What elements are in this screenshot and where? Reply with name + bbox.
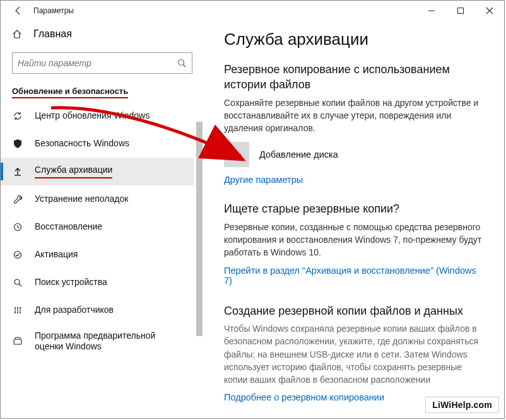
nav-home-label: Главная — [33, 28, 72, 40]
search-field[interactable] — [18, 58, 177, 68]
sidebar-item-label: Служба архивации — [35, 165, 182, 178]
sidebar-item-label: Поиск устройства — [35, 277, 182, 288]
nav-home[interactable]: Главная — [1, 21, 204, 47]
search-icon — [177, 58, 187, 68]
maximize-button[interactable] — [446, 1, 475, 21]
sidebar-item-backup[interactable]: Служба архивации — [1, 158, 194, 185]
scrollbar-thumb[interactable] — [196, 122, 203, 336]
sidebar-item-windows-security[interactable]: Безопасность Windows — [1, 130, 194, 158]
close-button[interactable] — [475, 1, 504, 21]
developers-icon — [12, 305, 23, 315]
shield-icon — [12, 139, 23, 149]
svg-point-15 — [15, 312, 16, 313]
section1-desc: Сохраняйте резервные копии файлов на дру… — [224, 96, 484, 135]
insider-icon — [12, 336, 23, 346]
svg-point-7 — [15, 279, 20, 284]
svg-rect-1 — [458, 8, 464, 14]
minimize-button[interactable] — [417, 1, 446, 21]
sidebar-item-label: Устранение неполадок — [35, 194, 182, 205]
add-drive-label: Добавление диска — [259, 149, 338, 160]
sidebar-item-insider-program[interactable]: Программа предварительной оценки Windows — [1, 324, 194, 358]
goto-backup-restore-link[interactable]: Перейти в раздел "Архивация и восстановл… — [224, 265, 484, 286]
search-input[interactable] — [12, 52, 192, 74]
sidebar-item-label: Восстановление — [35, 221, 182, 233]
more-options-link[interactable]: Другие параметры — [224, 175, 303, 185]
location-icon — [12, 277, 23, 288]
page-title: Служба архивации — [224, 30, 484, 49]
sidebar-item-for-developers[interactable]: Для разработчиков — [1, 296, 194, 324]
sidebar-item-label: Для разработчиков — [35, 305, 182, 316]
section1-title: Резервное копирование с использованием и… — [224, 62, 484, 93]
sidebar-item-label: Программа предварительной оценки Windows — [35, 330, 182, 353]
add-drive-button[interactable] — [224, 142, 249, 167]
sidebar-item-activation[interactable]: Активация — [1, 241, 194, 269]
activation-icon — [12, 250, 23, 260]
svg-point-2 — [179, 60, 184, 66]
sidebar-item-label: Безопасность Windows — [35, 138, 182, 149]
update-icon — [12, 111, 23, 121]
section2-desc: Резервные копии, созданные с помощью сре… — [224, 221, 484, 259]
svg-point-6 — [15, 252, 21, 259]
sidebar-section-title: Обновление и безопасность — [1, 80, 204, 102]
svg-rect-18 — [14, 339, 21, 344]
svg-line-8 — [19, 284, 21, 286]
back-button[interactable] — [6, 1, 31, 21]
sidebar-item-find-my-device[interactable]: Поиск устройства — [1, 269, 194, 296]
plus-icon — [231, 149, 242, 160]
backup-icon — [12, 166, 23, 177]
learn-more-backup-link[interactable]: Подробнее о резервном копировании — [224, 392, 384, 402]
svg-point-16 — [17, 312, 18, 313]
sidebar-scrollbar[interactable] — [195, 122, 204, 418]
sidebar-item-troubleshoot[interactable]: Устранение неполадок — [1, 185, 194, 213]
sidebar-item-label: Центр обновления Windows — [35, 110, 182, 122]
svg-line-3 — [184, 65, 186, 67]
sidebar-item-recovery[interactable]: Восстановление — [1, 213, 194, 241]
window-title: Параметры — [31, 6, 74, 15]
svg-point-17 — [20, 312, 21, 313]
section3-desc: Чтобы Windows сохраняла резервные копии … — [224, 322, 484, 386]
watermark: LiWiHelp.com — [425, 397, 499, 413]
sidebar-item-label: Активация — [35, 249, 182, 260]
section3-title: Создание резервной копии файлов и данных — [224, 303, 484, 318]
wrench-icon — [12, 194, 23, 204]
recovery-icon — [12, 222, 23, 232]
sidebar-item-windows-update[interactable]: Центр обновления Windows — [1, 102, 194, 130]
home-icon — [12, 29, 22, 39]
section2-title: Ищете старые резервные копии? — [224, 201, 484, 216]
